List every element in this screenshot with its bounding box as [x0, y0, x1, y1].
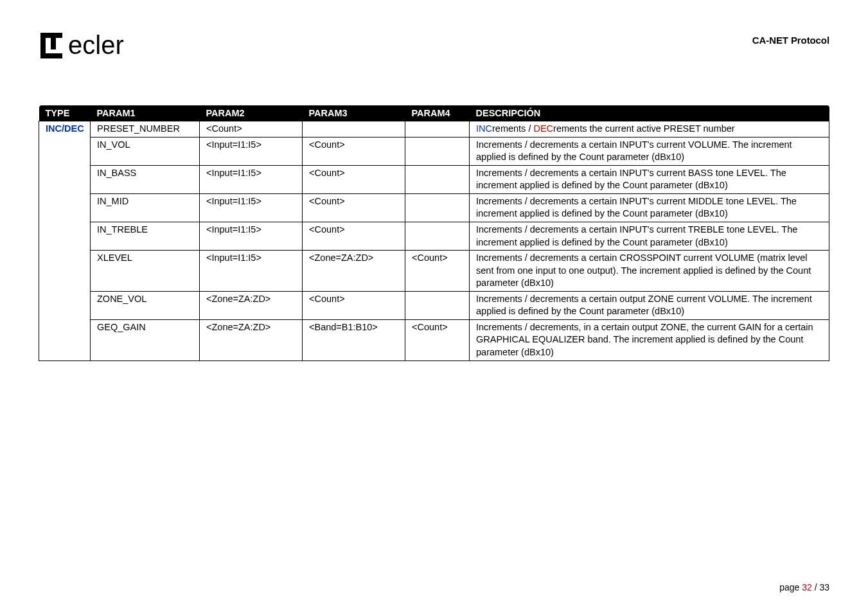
table-row: IN_MID <Input=I1:I5> <Count> Increments …	[39, 193, 829, 222]
cell-param3	[303, 121, 405, 138]
cell-param1: PRESET_NUMBER	[91, 121, 200, 138]
cell-desc: Increments / decrements a certain INPUT'…	[470, 222, 829, 250]
th-param4: PARAM4	[405, 105, 470, 121]
page: ecler CA-NET Protocol TYPE PARAM1 PARAM2…	[0, 0, 868, 613]
desc-inc: INC	[476, 123, 492, 134]
table-row: GEQ_GAIN <Zone=ZA:ZD> <Band=B1:B10> <Cou…	[39, 319, 829, 360]
brand-logo: ecler	[39, 31, 167, 67]
th-desc: DESCRIPCIÓN	[470, 105, 829, 121]
cell-param2: <Input=I1:I5>	[200, 165, 303, 193]
cell-param1: IN_TREBLE	[91, 222, 200, 250]
cell-desc: Increments / decrements a certain output…	[470, 291, 829, 319]
page-footer: page 32 / 33	[779, 582, 829, 592]
cell-param3: <Band=B1:B10>	[303, 319, 405, 360]
cell-param2: <Input=I1:I5>	[200, 251, 303, 292]
footer-page-current: 32	[802, 582, 812, 592]
cell-param3: <Count>	[303, 291, 405, 319]
footer-label: page	[779, 582, 802, 592]
table-row: IN_BASS <Input=I1:I5> <Count> Increments…	[39, 165, 829, 193]
table-row: IN_VOL <Input=I1:I5> <Count> Increments …	[39, 137, 829, 165]
cell-param4	[405, 121, 470, 138]
cell-param4	[405, 222, 470, 250]
cell-param2: <Zone=ZA:ZD>	[200, 291, 303, 319]
cell-desc: Increments / decrements, in a certain ou…	[470, 319, 829, 360]
cell-param1: GEQ_GAIN	[91, 319, 200, 360]
cell-param3: <Count>	[303, 165, 405, 193]
doc-title: CA-NET Protocol	[752, 35, 829, 46]
footer-page-total: 33	[819, 582, 829, 592]
cell-desc: INCrements / DECrements the current acti…	[470, 121, 829, 138]
cell-param3: <Zone=ZA:ZD>	[303, 251, 405, 292]
type-cell: INC/DEC	[39, 121, 91, 361]
params-table: TYPE PARAM1 PARAM2 PARAM3 PARAM4 DESCRIP…	[39, 105, 829, 361]
cell-param1: IN_MID	[91, 193, 200, 222]
cell-param1: IN_VOL	[91, 137, 200, 165]
ecler-logo-icon: ecler	[39, 31, 167, 60]
cell-param1: ZONE_VOL	[91, 291, 200, 319]
cell-param2: <Input=I1:I5>	[200, 193, 303, 222]
desc-rest: rements the current active PRESET number	[553, 123, 735, 134]
cell-param2: <Input=I1:I5>	[200, 137, 303, 165]
cell-desc: Increments / decrements a certain INPUT'…	[470, 137, 829, 165]
th-param2: PARAM2	[200, 105, 303, 121]
table-body: INC/DEC PRESET_NUMBER <Count> INCrements…	[39, 121, 829, 361]
logo-text: ecler	[68, 31, 124, 59]
cell-param2: <Zone=ZA:ZD>	[200, 319, 303, 360]
cell-param2: <Input=I1:I5>	[200, 222, 303, 250]
desc-mid: rements /	[492, 123, 533, 134]
th-type: TYPE	[39, 105, 91, 121]
th-param3: PARAM3	[303, 105, 405, 121]
svg-rect-0	[51, 33, 56, 49]
cell-param4	[405, 137, 470, 165]
table-head: TYPE PARAM1 PARAM2 PARAM3 PARAM4 DESCRIP…	[39, 105, 829, 121]
desc-dec: DEC	[533, 123, 553, 134]
cell-param4	[405, 165, 470, 193]
cell-param3: <Count>	[303, 137, 405, 165]
th-param1: PARAM1	[91, 105, 200, 121]
cell-param1: XLEVEL	[91, 251, 200, 292]
cell-desc: Increments / decrements a certain INPUT'…	[470, 165, 829, 193]
table-row: IN_TREBLE <Input=I1:I5> <Count> Incremen…	[39, 222, 829, 250]
cell-param1: IN_BASS	[91, 165, 200, 193]
cell-param2: <Count>	[200, 121, 303, 138]
table-row: ZONE_VOL <Zone=ZA:ZD> <Count> Increments…	[39, 291, 829, 319]
cell-param4: <Count>	[405, 251, 470, 292]
cell-param4	[405, 291, 470, 319]
cell-param4	[405, 193, 470, 222]
cell-param3: <Count>	[303, 193, 405, 222]
cell-param4: <Count>	[405, 319, 470, 360]
table-row: XLEVEL <Input=I1:I5> <Zone=ZA:ZD> <Count…	[39, 251, 829, 292]
cell-desc: Increments / decrements a certain CROSSP…	[470, 251, 829, 292]
footer-sep: /	[812, 582, 820, 592]
cell-desc: Increments / decrements a certain INPUT'…	[470, 193, 829, 222]
cell-param3: <Count>	[303, 222, 405, 250]
page-header: ecler CA-NET Protocol	[39, 31, 829, 67]
table-row: INC/DEC PRESET_NUMBER <Count> INCrements…	[39, 121, 829, 138]
